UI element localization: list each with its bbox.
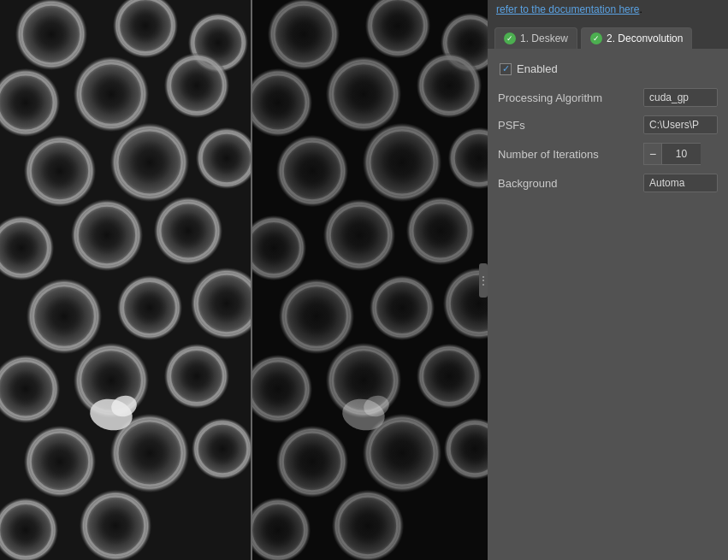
image-right-panel: [252, 0, 488, 560]
image-panel: ⋮: [0, 0, 488, 560]
enabled-label: Enabled: [517, 62, 558, 75]
divider-handle[interactable]: ⋮: [479, 263, 488, 298]
image-left-panel: [0, 0, 252, 560]
tab-deskew[interactable]: ✓ 1. Deskew: [494, 27, 577, 49]
background-input[interactable]: [643, 174, 718, 192]
processing-algorithm-row: Processing Algorithm: [498, 84, 718, 111]
tab-deconvolution-check: ✓: [590, 32, 602, 44]
cells-image: ⋮: [0, 0, 488, 560]
number-of-iterations-label: Number of Iterations: [498, 148, 643, 161]
iterations-decrement-button[interactable]: −: [643, 143, 662, 165]
enabled-checkbox[interactable]: [500, 63, 512, 75]
background-label: Background: [498, 177, 643, 190]
tabs-row: ✓ 1. Deskew ✓ 2. Deconvolution: [488, 22, 728, 49]
tab-deconvolution-label: 2. Deconvolution: [607, 32, 683, 44]
processing-algorithm-input[interactable]: [643, 88, 718, 107]
background-row: Background: [498, 169, 718, 197]
doc-link[interactable]: refer to the documentation here: [496, 3, 639, 15]
divider-dots: ⋮: [477, 274, 488, 287]
number-of-iterations-row: Number of Iterations −: [498, 139, 718, 169]
tab-deskew-check: ✓: [504, 32, 516, 44]
enabled-row: Enabled: [498, 57, 718, 84]
doc-link-area: refer to the documentation here.: [488, 0, 728, 22]
iterations-input[interactable]: [662, 143, 701, 165]
tab-deskew-label: 1. Deskew: [520, 32, 568, 44]
number-of-iterations-control: −: [643, 143, 701, 165]
psfs-label: PSFs: [498, 119, 643, 132]
right-panel: refer to the documentation here. ✓ 1. De…: [488, 0, 728, 560]
settings-panel: Enabled Processing Algorithm PSFs Number…: [488, 49, 728, 560]
processing-algorithm-label: Processing Algorithm: [498, 91, 643, 104]
tab-deconvolution[interactable]: ✓ 2. Deconvolution: [581, 27, 692, 49]
split-line: [251, 0, 252, 560]
psfs-input[interactable]: [643, 115, 718, 134]
psfs-row: PSFs: [498, 111, 718, 139]
